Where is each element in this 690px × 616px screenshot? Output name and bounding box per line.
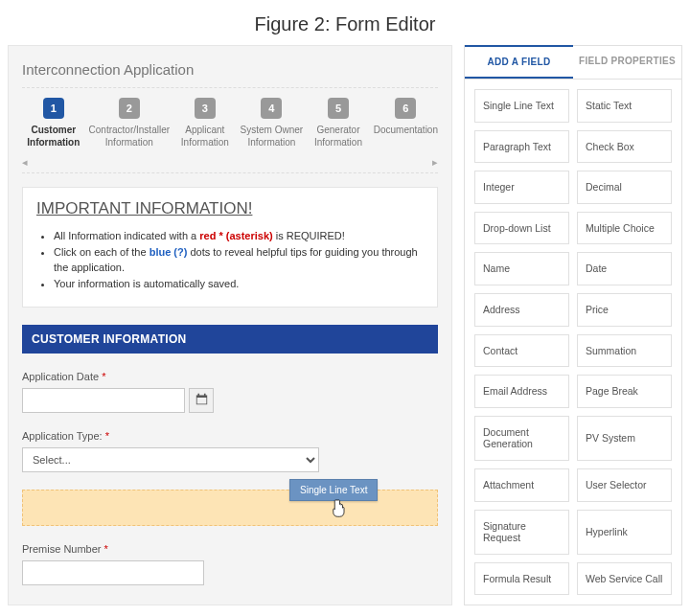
important-item: All Information indicated with a red * (… <box>54 228 424 244</box>
palette-document-generation[interactable]: Document Generation <box>474 416 569 461</box>
field-premise-number: Premise Number * <box>22 543 438 585</box>
field-application-date: Application Date * <box>22 371 438 413</box>
separator <box>22 172 438 173</box>
red-asterisk-text: red * (asterisk) <box>199 230 272 241</box>
important-list: All Information indicated with a red * (… <box>36 228 424 291</box>
field-drop-zone[interactable]: Single Line Text <box>22 490 438 526</box>
field-label: Application Type: * <box>22 430 438 442</box>
step-2[interactable]: 2 Contractor/Installer Information <box>89 98 170 148</box>
calendar-icon <box>196 392 208 409</box>
palette-name[interactable]: Name <box>474 252 569 285</box>
step-label: Customer Information <box>22 125 85 148</box>
calendar-button[interactable] <box>189 388 214 413</box>
step-number: 1 <box>43 98 64 119</box>
palette-email-address[interactable]: Email Address <box>474 375 569 408</box>
step-number: 2 <box>119 98 140 119</box>
cursor-pointer-icon <box>330 498 347 519</box>
step-number: 3 <box>195 98 216 119</box>
premise-number-input[interactable] <box>22 560 204 585</box>
label-text: Premise Number <box>22 543 102 555</box>
step-6[interactable]: 6 Documentation <box>374 98 438 148</box>
palette-static-text[interactable]: Static Text <box>577 89 672 123</box>
text: Click on each of the <box>54 246 150 258</box>
section-header-customer-info: CUSTOMER INFORMATION <box>22 325 438 354</box>
right-tabs: ADD A FIELD FIELD PROPERTIES <box>465 46 681 80</box>
field-palette: Single Line Text Static Text Paragraph T… <box>465 80 681 605</box>
palette-address[interactable]: Address <box>474 293 569 327</box>
palette-signature-request[interactable]: Signature Request <box>474 510 569 555</box>
palette-price[interactable]: Price <box>577 293 672 327</box>
step-5[interactable]: 5 Generator Information <box>307 98 370 148</box>
palette-check-box[interactable]: Check Box <box>577 130 672 164</box>
separator <box>22 87 438 88</box>
important-item: Click on each of the blue (?) dots to re… <box>54 244 424 276</box>
palette-user-selector[interactable]: User Selector <box>577 468 672 502</box>
palette-decimal[interactable]: Decimal <box>577 171 672 204</box>
step-1[interactable]: 1 Customer Information <box>22 98 85 148</box>
field-application-type: Application Type: * Select... <box>22 430 438 472</box>
palette-pv-system[interactable]: PV System <box>577 416 672 461</box>
palette-drop-down-list[interactable]: Drop-down List <box>474 212 569 245</box>
step-3[interactable]: 3 Applicant Information <box>173 98 237 148</box>
text: All Information indicated with a <box>54 230 199 241</box>
palette-single-line-text[interactable]: Single Line Text <box>474 89 569 123</box>
form-preview-panel: Interconnection Application 1 Customer I… <box>8 45 452 605</box>
text: is REQUIRED! <box>273 230 345 241</box>
tab-add-a-field[interactable]: ADD A FIELD <box>465 45 573 79</box>
blue-help-text: blue (?) <box>150 246 188 258</box>
palette-paragraph-text[interactable]: Paragraph Text <box>474 130 569 164</box>
palette-hyperlink[interactable]: Hyperlink <box>577 510 672 555</box>
application-date-input[interactable] <box>22 388 185 413</box>
palette-contact[interactable]: Contact <box>474 334 569 368</box>
field-palette-panel: ADD A FIELD FIELD PROPERTIES Single Line… <box>464 45 682 605</box>
palette-multiple-choice[interactable]: Multiple Choice <box>577 212 672 245</box>
form-title: Interconnection Application <box>22 61 438 78</box>
palette-summation[interactable]: Summation <box>577 334 672 368</box>
palette-page-break[interactable]: Page Break <box>577 375 672 408</box>
step-label: Applicant Information <box>173 125 237 148</box>
palette-formula-result[interactable]: Formula Result <box>474 562 569 596</box>
field-label: Premise Number * <box>22 543 438 555</box>
step-label: Documentation <box>374 125 438 137</box>
step-navigator: 1 Customer Information 2 Contractor/Inst… <box>22 98 438 148</box>
palette-integer[interactable]: Integer <box>474 171 569 204</box>
label-text: Application Date <box>22 371 99 382</box>
step-number: 5 <box>328 98 349 119</box>
palette-web-service-call[interactable]: Web Service Call <box>577 562 672 596</box>
step-number: 6 <box>395 98 416 119</box>
label-text: Application Type: <box>22 430 103 442</box>
step-number: 4 <box>261 98 282 119</box>
step-nav-arrows: ◂ ▸ <box>22 156 438 169</box>
palette-date[interactable]: Date <box>577 252 672 285</box>
step-4[interactable]: 4 System Owner Information <box>241 98 304 148</box>
required-asterisk: * <box>104 543 108 555</box>
next-step-icon[interactable]: ▸ <box>432 156 438 169</box>
important-item: Your information is automatically saved. <box>54 276 424 292</box>
palette-attachment[interactable]: Attachment <box>474 468 569 502</box>
step-label: System Owner Information <box>241 125 304 148</box>
step-label: Contractor/Installer Information <box>89 125 170 148</box>
step-label: Generator Information <box>307 125 370 148</box>
required-asterisk: * <box>102 371 105 382</box>
figure-title: Figure 2: Form Editor <box>0 0 690 45</box>
prev-step-icon[interactable]: ◂ <box>22 156 28 169</box>
important-heading: IMPORTANT INFORMATION! <box>36 199 424 218</box>
dragging-field-chip: Single Line Text <box>289 479 378 501</box>
important-info-box: IMPORTANT INFORMATION! All Information i… <box>22 187 438 308</box>
required-asterisk: * <box>105 430 109 442</box>
application-type-select[interactable]: Select... <box>22 447 319 472</box>
editor-layout: Interconnection Application 1 Customer I… <box>0 45 690 613</box>
tab-field-properties[interactable]: FIELD PROPERTIES <box>573 46 681 79</box>
field-label: Application Date * <box>22 371 438 382</box>
